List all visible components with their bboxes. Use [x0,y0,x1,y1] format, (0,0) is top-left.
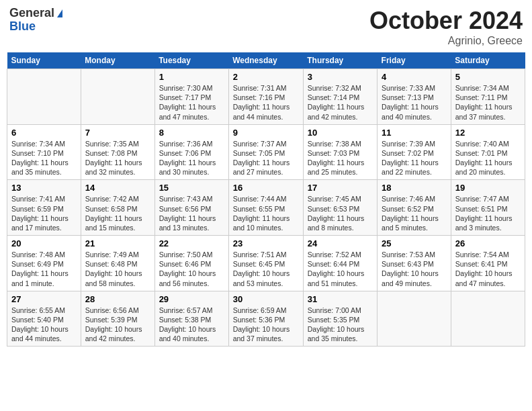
day-info: Sunrise: 6:55 AMSunset: 5:40 PMDaylight:… [11,306,77,344]
day-info: Sunrise: 7:39 AMSunset: 7:02 PMDaylight:… [382,139,447,177]
day-number: 27 [11,294,77,304]
weekday-header-row: SundayMondayTuesdayWednesdayThursdayFrid… [7,52,525,69]
day-info: Sunrise: 7:50 AMSunset: 6:46 PMDaylight:… [159,250,224,288]
day-number: 14 [85,183,150,193]
day-info: Sunrise: 7:46 AMSunset: 6:52 PMDaylight:… [382,194,447,232]
day-number: 5 [455,72,521,82]
day-number: 11 [382,128,447,138]
logo-general-text: General [9,6,54,19]
calendar-cell: 2Sunrise: 7:31 AMSunset: 7:16 PMDaylight… [228,69,303,125]
calendar-cell: 14Sunrise: 7:42 AMSunset: 6:58 PMDayligh… [81,180,154,236]
day-info: Sunrise: 7:34 AMSunset: 7:11 PMDaylight:… [455,83,521,122]
weekday-header-wednesday: Wednesday [228,52,303,69]
day-info: Sunrise: 7:45 AMSunset: 6:53 PMDaylight:… [308,194,373,232]
calendar-cell: 27Sunrise: 6:55 AMSunset: 5:40 PMDayligh… [7,291,81,347]
calendar-cell: 16Sunrise: 7:44 AMSunset: 6:55 PMDayligh… [228,180,303,236]
calendar-cell: 29Sunrise: 6:57 AMSunset: 5:38 PMDayligh… [154,291,228,347]
calendar-cell: 23Sunrise: 7:51 AMSunset: 6:45 PMDayligh… [228,236,303,291]
day-number: 6 [11,128,77,138]
day-info: Sunrise: 7:54 AMSunset: 6:41 PMDaylight:… [455,250,521,288]
day-number: 9 [233,128,299,138]
calendar-cell: 22Sunrise: 7:50 AMSunset: 6:46 PMDayligh… [154,236,228,291]
calendar-cell [7,69,81,125]
day-number: 26 [455,238,521,248]
title-block: October 2024 Agrinio, Greece [369,7,523,47]
day-number: 16 [233,183,299,193]
calendar-cell: 24Sunrise: 7:52 AMSunset: 6:44 PMDayligh… [303,236,377,291]
logo-icon [57,9,62,17]
day-number: 28 [85,294,150,304]
day-number: 29 [159,294,224,304]
calendar-cell: 6Sunrise: 7:34 AMSunset: 7:10 PMDaylight… [7,124,81,180]
day-number: 21 [85,238,150,248]
calendar-cell: 30Sunrise: 6:59 AMSunset: 5:36 PMDayligh… [228,291,303,347]
calendar-cell: 21Sunrise: 7:49 AMSunset: 6:48 PMDayligh… [81,236,154,291]
day-number: 8 [159,128,224,138]
weekday-header-thursday: Thursday [303,52,377,69]
day-info: Sunrise: 7:47 AMSunset: 6:51 PMDaylight:… [455,194,521,232]
day-number: 4 [382,72,447,82]
calendar-cell: 3Sunrise: 7:32 AMSunset: 7:14 PMDaylight… [303,69,377,125]
calendar-week-row: 13Sunrise: 7:41 AMSunset: 6:59 PMDayligh… [7,180,525,236]
calendar-cell: 4Sunrise: 7:33 AMSunset: 7:13 PMDaylight… [378,69,451,125]
calendar-cell: 11Sunrise: 7:39 AMSunset: 7:02 PMDayligh… [378,124,451,180]
calendar-cell: 28Sunrise: 6:56 AMSunset: 5:39 PMDayligh… [81,291,154,347]
weekday-header-tuesday: Tuesday [154,52,228,69]
day-info: Sunrise: 7:30 AMSunset: 7:17 PMDaylight:… [159,83,224,122]
calendar-cell: 18Sunrise: 7:46 AMSunset: 6:52 PMDayligh… [378,180,451,236]
calendar-cell: 15Sunrise: 7:43 AMSunset: 6:56 PMDayligh… [154,180,228,236]
weekday-header-monday: Monday [81,52,154,69]
calendar-cell [81,69,154,125]
day-number: 25 [382,238,447,248]
calendar-cell: 10Sunrise: 7:38 AMSunset: 7:03 PMDayligh… [303,124,377,180]
day-info: Sunrise: 7:48 AMSunset: 6:49 PMDaylight:… [11,250,77,288]
day-number: 1 [159,72,224,82]
day-info: Sunrise: 6:56 AMSunset: 5:39 PMDaylight:… [85,306,150,344]
page-header: General Blue October 2024 Agrinio, Greec… [7,7,525,47]
calendar-cell [378,291,451,347]
day-info: Sunrise: 7:35 AMSunset: 7:08 PMDaylight:… [85,139,150,177]
calendar-cell: 20Sunrise: 7:48 AMSunset: 6:49 PMDayligh… [7,236,81,291]
day-number: 3 [308,72,373,82]
day-number: 17 [308,183,373,193]
calendar-cell: 8Sunrise: 7:36 AMSunset: 7:06 PMDaylight… [154,124,228,180]
day-info: Sunrise: 7:51 AMSunset: 6:45 PMDaylight:… [233,250,299,288]
day-number: 19 [455,183,521,193]
calendar-week-row: 6Sunrise: 7:34 AMSunset: 7:10 PMDaylight… [7,124,525,180]
day-info: Sunrise: 7:49 AMSunset: 6:48 PMDaylight:… [85,250,150,288]
day-number: 30 [233,294,299,304]
day-number: 7 [85,128,150,138]
day-info: Sunrise: 7:32 AMSunset: 7:14 PMDaylight:… [308,83,373,122]
day-info: Sunrise: 7:40 AMSunset: 7:01 PMDaylight:… [455,139,521,177]
day-info: Sunrise: 7:38 AMSunset: 7:03 PMDaylight:… [308,139,373,177]
day-info: Sunrise: 7:41 AMSunset: 6:59 PMDaylight:… [11,194,77,232]
calendar-week-row: 27Sunrise: 6:55 AMSunset: 5:40 PMDayligh… [7,291,525,347]
calendar-cell: 7Sunrise: 7:35 AMSunset: 7:08 PMDaylight… [81,124,154,180]
calendar-table: SundayMondayTuesdayWednesdayThursdayFrid… [7,52,525,347]
calendar-cell [451,291,525,347]
day-info: Sunrise: 7:37 AMSunset: 7:05 PMDaylight:… [233,139,299,177]
day-info: Sunrise: 7:52 AMSunset: 6:44 PMDaylight:… [308,250,373,288]
calendar-cell: 9Sunrise: 7:37 AMSunset: 7:05 PMDaylight… [228,124,303,180]
day-info: Sunrise: 7:33 AMSunset: 7:13 PMDaylight:… [382,83,447,122]
day-number: 24 [308,238,373,248]
calendar-week-row: 20Sunrise: 7:48 AMSunset: 6:49 PMDayligh… [7,236,525,291]
calendar-cell: 26Sunrise: 7:54 AMSunset: 6:41 PMDayligh… [451,236,525,291]
weekday-header-friday: Friday [378,52,451,69]
calendar-cell: 13Sunrise: 7:41 AMSunset: 6:59 PMDayligh… [7,180,81,236]
day-info: Sunrise: 6:57 AMSunset: 5:38 PMDaylight:… [159,306,224,344]
calendar-week-row: 1Sunrise: 7:30 AMSunset: 7:17 PMDaylight… [7,69,525,125]
day-number: 10 [308,128,373,138]
calendar-cell: 17Sunrise: 7:45 AMSunset: 6:53 PMDayligh… [303,180,377,236]
month-title: October 2024 [369,7,523,35]
logo: General Blue [9,7,62,34]
day-info: Sunrise: 7:43 AMSunset: 6:56 PMDaylight:… [159,194,224,232]
calendar-cell: 1Sunrise: 7:30 AMSunset: 7:17 PMDaylight… [154,69,228,125]
day-number: 13 [11,183,77,193]
day-number: 20 [11,238,77,248]
day-info: Sunrise: 7:42 AMSunset: 6:58 PMDaylight:… [85,194,150,232]
day-number: 15 [159,183,224,193]
calendar-cell: 5Sunrise: 7:34 AMSunset: 7:11 PMDaylight… [451,69,525,125]
calendar-cell: 25Sunrise: 7:53 AMSunset: 6:43 PMDayligh… [378,236,451,291]
day-number: 12 [455,128,521,138]
